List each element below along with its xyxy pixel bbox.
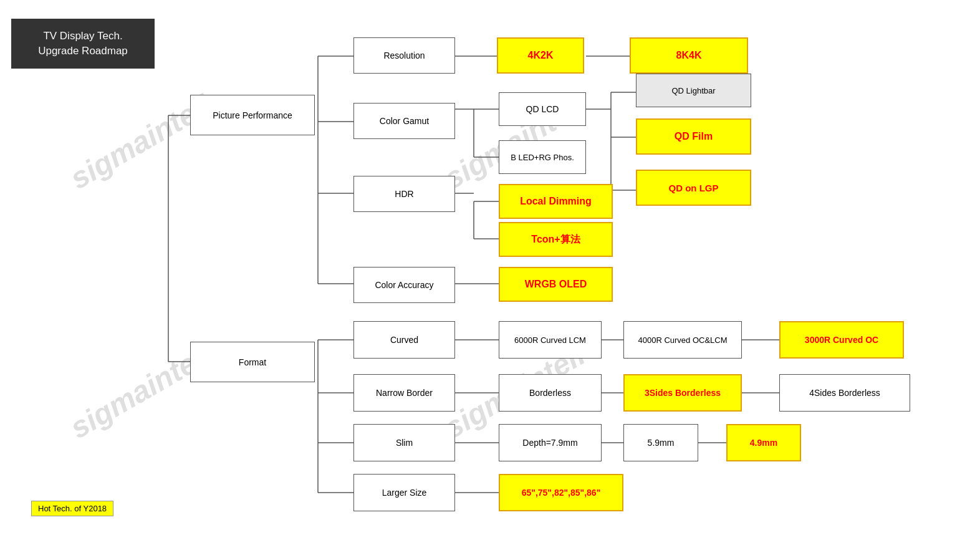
tcon-box: Tcon+算法 <box>499 222 613 257</box>
qd-lcd-box: QD LCD <box>499 92 586 126</box>
qd-lgp-box: QD on LGP <box>636 170 751 206</box>
larger-size-label: Larger Size <box>382 488 427 498</box>
hot-tech-box: Hot Tech. of Y2018 <box>31 501 113 516</box>
sizes-label: 65",75",82",85",86" <box>522 488 601 498</box>
resolution-label: Resolution <box>383 51 425 60</box>
8k4k-label: 8K4K <box>676 50 702 61</box>
picture-performance-box: Picture Performance <box>190 95 315 135</box>
depth-4-9-label: 4.9mm <box>750 438 777 448</box>
curved-3000r-label: 3000R Curved OC <box>805 335 878 345</box>
b-led-box: B LED+RG Phos. <box>499 140 586 174</box>
curved-4000r-label: 4000R Curved OC&LCM <box>638 335 727 345</box>
slim-box: Slim <box>353 424 455 461</box>
borderless-box: Borderless <box>499 374 602 412</box>
borderless-label: Borderless <box>529 388 571 398</box>
curved-6000r-box: 6000R Curved LCM <box>499 321 602 359</box>
curved-label: Curved <box>390 335 418 345</box>
hot-tech-label: Hot Tech. of Y2018 <box>38 504 107 513</box>
qd-lgp-label: QD on LGP <box>669 183 719 193</box>
8k4k-box: 8K4K <box>630 37 748 74</box>
diagram-container: sigmaintell sigmaintell sigmaintell sigm… <box>0 0 980 535</box>
4k2k-box: 4K2K <box>497 37 584 74</box>
depth-4-9-box: 4.9mm <box>726 424 801 461</box>
three-sides-box: 3Sides Borderless <box>623 374 742 412</box>
local-dimming-label: Local Dimming <box>520 196 592 207</box>
qd-lightbar-label: QD Lightbar <box>671 86 715 95</box>
b-led-label: B LED+RG Phos. <box>511 153 574 162</box>
three-sides-label: 3Sides Borderless <box>645 388 721 398</box>
picture-performance-label: Picture Performance <box>213 110 292 120</box>
narrow-border-label: Narrow Border <box>376 388 433 398</box>
connector-lines <box>0 0 980 535</box>
depth-7-9-label: Depth=7.9mm <box>522 438 577 448</box>
qd-film-box: QD Film <box>636 118 751 155</box>
hdr-box: HDR <box>353 176 455 212</box>
depth-7-9-box: Depth=7.9mm <box>499 424 602 461</box>
curved-6000r-label: 6000R Curved LCM <box>514 335 586 345</box>
color-gamut-box: Color Gamut <box>353 103 455 139</box>
narrow-border-box: Narrow Border <box>353 374 455 412</box>
slim-label: Slim <box>396 438 413 448</box>
curved-4000r-box: 4000R Curved OC&LCM <box>623 321 742 359</box>
local-dimming-box: Local Dimming <box>499 184 613 219</box>
qd-lightbar-box: QD Lightbar <box>636 74 751 107</box>
wrgb-oled-box: WRGB OLED <box>499 267 613 302</box>
color-accuracy-box: Color Accuracy <box>353 267 455 303</box>
hdr-label: HDR <box>395 189 413 199</box>
format-box: Format <box>190 342 315 382</box>
4k2k-label: 4K2K <box>528 50 554 61</box>
sizes-box: 65",75",82",85",86" <box>499 474 623 511</box>
larger-size-box: Larger Size <box>353 474 455 511</box>
resolution-box: Resolution <box>353 37 455 74</box>
wrgb-oled-label: WRGB OLED <box>525 279 587 290</box>
title-box: TV Display Tech.Upgrade Roadmap <box>11 19 155 69</box>
color-gamut-label: Color Gamut <box>380 116 429 126</box>
depth-5-9-box: 5.9mm <box>623 424 698 461</box>
qd-film-label: QD Film <box>675 131 713 142</box>
qd-lcd-label: QD LCD <box>526 104 559 114</box>
curved-3000r-box: 3000R Curved OC <box>779 321 904 359</box>
color-accuracy-label: Color Accuracy <box>375 280 433 290</box>
tcon-label: Tcon+算法 <box>531 233 580 246</box>
title-text: TV Display Tech.Upgrade Roadmap <box>38 29 128 59</box>
four-sides-label: 4Sides Borderless <box>809 388 880 398</box>
format-label: Format <box>239 357 266 367</box>
four-sides-box: 4Sides Borderless <box>779 374 910 412</box>
curved-box: Curved <box>353 321 455 359</box>
depth-5-9-label: 5.9mm <box>648 438 675 448</box>
